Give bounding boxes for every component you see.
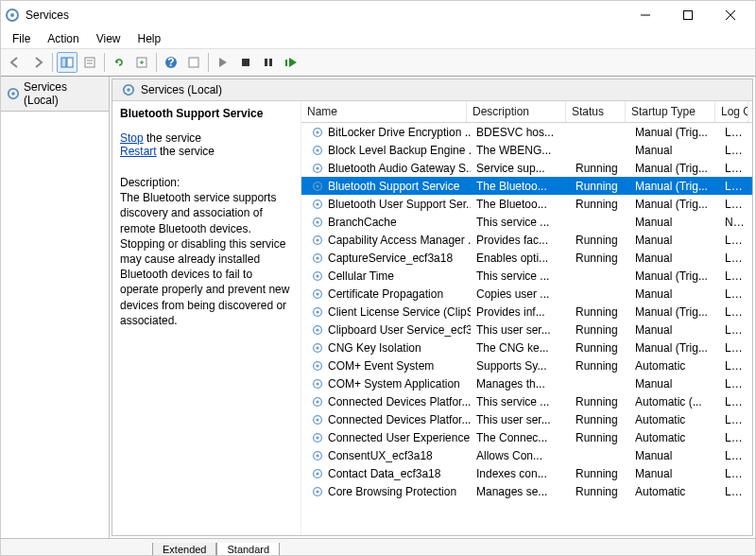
- col-startup[interactable]: Startup Type: [626, 101, 715, 122]
- cell-startup: Manual: [629, 287, 719, 301]
- table-row[interactable]: BranchCacheThis service ...ManualNetv: [301, 213, 752, 231]
- cell-startup: Automatic: [629, 359, 719, 373]
- table-row[interactable]: Certificate PropagationCopies user ...Ma…: [301, 285, 752, 303]
- cell-startup: Manual (Trig...: [629, 198, 719, 211]
- properties-button[interactable]: [79, 52, 100, 73]
- cell-name: Bluetooth User Support Ser...: [305, 198, 471, 211]
- cell-description: This user ser...: [471, 323, 570, 337]
- menu-action[interactable]: Action: [40, 30, 86, 47]
- svg-point-20: [11, 92, 15, 96]
- menu-file[interactable]: File: [5, 30, 38, 47]
- cell-logon: Loca: [719, 467, 752, 480]
- cell-logon: Loca: [719, 198, 752, 211]
- cell-logon: Loca: [719, 305, 752, 319]
- cell-logon: Loca: [719, 162, 752, 175]
- svg-point-52: [316, 382, 318, 385]
- cell-startup: Manual: [629, 377, 719, 391]
- col-name[interactable]: Name: [301, 101, 467, 122]
- table-row[interactable]: Clipboard User Service_ecf3...This user …: [301, 321, 752, 339]
- col-logon[interactable]: Log On As: [715, 101, 748, 122]
- restart-link[interactable]: Restart: [120, 145, 157, 158]
- restart-button[interactable]: [281, 52, 301, 73]
- menu-help[interactable]: Help: [130, 30, 169, 47]
- cell-status: Running: [570, 234, 629, 247]
- table-row[interactable]: Connected Devices Platfor...This service…: [301, 392, 752, 410]
- cell-startup: Manual (Trig...: [629, 126, 719, 139]
- table-row[interactable]: CNG Key IsolationThe CNG ke...RunningMan…: [301, 339, 752, 356]
- rows-container[interactable]: BitLocker Drive Encryption ...BDESVC hos…: [301, 123, 752, 535]
- cell-description: BDESVC hos...: [471, 126, 570, 139]
- svg-point-32: [316, 202, 318, 205]
- table-row[interactable]: Core Browsing ProtectionManages se...Run…: [301, 482, 752, 500]
- table-row[interactable]: Bluetooth Support ServiceThe Bluetoo...R…: [301, 177, 752, 195]
- cell-status: Running: [570, 485, 629, 498]
- cell-status: Running: [570, 359, 629, 373]
- right-pane: Services (Local) Bluetooth Support Servi…: [112, 78, 753, 536]
- cell-logon: Loca: [719, 234, 752, 247]
- about-button[interactable]: [183, 52, 204, 73]
- cell-logon: Loca: [719, 126, 752, 139]
- show-hide-tree-button[interactable]: [57, 52, 77, 73]
- table-row[interactable]: Connected User Experience...The Connec..…: [301, 428, 752, 446]
- tree-label: Services (Local): [24, 80, 103, 107]
- cell-status: Running: [570, 162, 629, 175]
- tab-standard[interactable]: Standard: [216, 543, 280, 556]
- close-button[interactable]: [709, 2, 751, 28]
- restart-link-line: Restart the service: [120, 145, 293, 158]
- cell-logon: Loca: [719, 323, 752, 337]
- cell-description: Indexes con...: [471, 467, 570, 480]
- minimize-button[interactable]: [624, 2, 666, 28]
- cell-name: Bluetooth Audio Gateway S...: [305, 162, 471, 175]
- cell-description: Supports Sy...: [471, 359, 570, 373]
- menubar: File Action View Help: [1, 29, 755, 48]
- left-pane: Services (Local): [1, 77, 110, 538]
- table-row[interactable]: BitLocker Drive Encryption ...BDESVC hos…: [301, 123, 752, 141]
- col-status[interactable]: Status: [566, 101, 626, 122]
- cell-name: Contact Data_ecf3a18: [305, 467, 471, 480]
- cell-startup: Manual: [629, 216, 719, 229]
- table-row[interactable]: Cellular TimeThis service ...Manual (Tri…: [301, 267, 752, 285]
- cell-name: Cellular Time: [305, 269, 471, 283]
- table-row[interactable]: Bluetooth Audio Gateway S...Service sup.…: [301, 159, 752, 177]
- col-description[interactable]: Description: [467, 101, 566, 122]
- table-row[interactable]: Capability Access Manager ...Provides fa…: [301, 231, 752, 249]
- svg-point-24: [316, 130, 318, 133]
- cell-description: Manages th...: [471, 377, 570, 391]
- help-button[interactable]: ?: [161, 52, 181, 73]
- toolbar: ?: [1, 48, 755, 77]
- cell-logon: Loca: [719, 377, 752, 391]
- table-row[interactable]: Contact Data_ecf3a18Indexes con...Runnin…: [301, 464, 752, 482]
- table-row[interactable]: Bluetooth User Support Ser...The Bluetoo…: [301, 195, 752, 213]
- svg-point-44: [316, 310, 318, 313]
- cell-name: BranchCache: [305, 216, 471, 229]
- maximize-button[interactable]: [666, 2, 709, 28]
- svg-point-1: [10, 13, 14, 17]
- back-button[interactable]: [5, 52, 26, 73]
- tree-item-services-local[interactable]: Services (Local): [1, 77, 109, 112]
- tab-extended[interactable]: Extended: [152, 543, 216, 556]
- menu-view[interactable]: View: [89, 30, 129, 47]
- export-button[interactable]: [131, 52, 152, 73]
- cell-description: Manages se...: [471, 485, 570, 498]
- cell-startup: Manual: [629, 323, 719, 337]
- refresh-button[interactable]: [109, 52, 129, 73]
- stop-link[interactable]: Stop: [120, 131, 144, 145]
- table-row[interactable]: Client License Service (ClipS...Provides…: [301, 303, 752, 321]
- table-row[interactable]: Connected Devices Platfor...This user se…: [301, 410, 752, 428]
- cell-description: This service ...: [471, 269, 570, 283]
- stop-button[interactable]: [235, 52, 256, 73]
- cell-description: Provides inf...: [471, 305, 570, 319]
- table-row[interactable]: COM+ Event SystemSupports Sy...RunningAu…: [301, 356, 752, 374]
- svg-point-46: [316, 328, 318, 331]
- table-row[interactable]: ConsentUX_ecf3a18Allows Con...ManualLoca: [301, 446, 752, 464]
- cell-name: Certificate Propagation: [305, 287, 471, 301]
- table-row[interactable]: COM+ System ApplicationManages th...Manu…: [301, 374, 752, 392]
- start-button[interactable]: [213, 52, 233, 73]
- cell-name: CNG Key Isolation: [305, 341, 471, 355]
- table-row[interactable]: CaptureService_ecf3a18Enables opti...Run…: [301, 249, 752, 267]
- pause-button[interactable]: [258, 52, 279, 73]
- cell-startup: Manual: [629, 449, 719, 462]
- forward-button[interactable]: [27, 52, 48, 73]
- table-row[interactable]: Block Level Backup Engine ...The WBENG..…: [301, 141, 752, 159]
- cell-logon: Loca: [719, 341, 752, 355]
